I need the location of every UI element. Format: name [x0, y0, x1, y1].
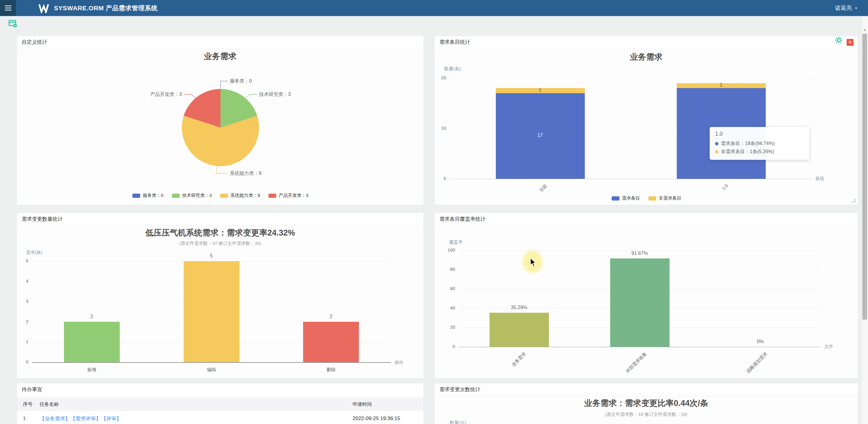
user-menu[interactable]: 诸葛亮 ▼	[835, 0, 858, 16]
legend-item: 需求条目：18条(94.74%)	[715, 141, 804, 147]
legend-item[interactable]: 非需求条目	[648, 195, 681, 201]
panel-coverage: 需求条目覆盖率统计 覆盖率 02040608010035.29%业务需求91.6…	[434, 213, 858, 378]
bar-chart: 0123452新增5编辑2删除	[17, 213, 424, 379]
x-category-label: 编辑	[178, 367, 245, 373]
panel-header: 自定义统计	[17, 36, 424, 49]
legend-label: 需求条目	[622, 195, 640, 201]
y-tick-label: 3	[13, 299, 28, 304]
panel-change-times: 需求变更次数统计 业务需求：需求变更比率0.44次/条 (原文件需求数：18 修…	[434, 383, 858, 424]
stacked-bar-chart: 01020171当前1811.0	[435, 36, 858, 205]
bar-legend: 需求条目非需求条目	[435, 195, 858, 201]
pie-label-left: 产品开发类：3	[122, 91, 182, 98]
panel-change-count: 需求变更数量统计 低压压气机系统需求：需求变更率24.32% (原文件需求数：3…	[17, 213, 424, 378]
y-tick-label: 0	[431, 176, 446, 181]
row-time: 2022-09-25 19:36:15	[352, 416, 424, 422]
pie-chart-title: 业务需求	[17, 51, 424, 62]
legend-swatch	[715, 142, 718, 145]
scroll-up-icon[interactable]: ▲	[861, 28, 868, 31]
legend-item[interactable]: 需求条目	[612, 195, 640, 201]
pie-label-right: 技术研究类：3	[259, 91, 291, 98]
y-axis-name: 数量(次)	[450, 420, 466, 424]
pie-chart[interactable]	[182, 89, 259, 166]
bar[interactable]	[610, 259, 670, 347]
value-label: 0%	[736, 339, 784, 344]
chevron-down-icon: ▼	[855, 6, 858, 10]
table-header-row: 序号 任务名称 申请时间	[17, 398, 424, 411]
legend-swatch	[269, 193, 276, 198]
hamburger-menu-icon[interactable]	[0, 0, 16, 16]
x-axis-name: 基线	[815, 176, 824, 182]
value-label: 35.29%	[495, 305, 543, 310]
tooltip-title: 1.0	[715, 131, 804, 137]
add-widget-button[interactable]	[8, 19, 18, 28]
x-category-label: 删除	[298, 367, 364, 373]
value-label: 1	[522, 87, 558, 93]
legend-label: 服务类：0	[143, 193, 163, 199]
legend-label: 技术研究类：3	[182, 193, 212, 199]
y-tick-label: 20	[431, 75, 446, 80]
legend-label: 产品开发类：3	[279, 193, 308, 199]
chart-tooltip: 1.0 需求条目：18条(94.74%)非需求条目：1条(5.26%)	[710, 127, 809, 160]
y-tick-label: 0	[13, 359, 28, 364]
x-category-label: 新增	[59, 367, 125, 373]
y-tick-label: 1	[13, 339, 28, 344]
bar[interactable]	[64, 322, 120, 362]
pie-label-bottom: 系统能力类：9	[230, 171, 261, 177]
app-logo-icon	[38, 3, 50, 13]
app-title: SYSWARE.ORM 产品需求管理系统	[54, 4, 158, 12]
y-tick-label: 2	[13, 319, 28, 324]
bar[interactable]	[184, 261, 240, 362]
legend-swatch	[715, 150, 718, 153]
bar[interactable]	[303, 322, 359, 362]
panel-resize-handle[interactable]	[851, 199, 855, 202]
legend-label: 非需求条目：1条(5.26%)	[721, 149, 774, 155]
bar-chart-title: 业务需求：需求变更比率0.44次/条	[435, 398, 858, 408]
legend-item[interactable]: 产品开发类：3	[269, 193, 308, 199]
y-tick-label: 0	[440, 344, 455, 349]
panel-header: 待办事宜	[17, 383, 424, 396]
tooltip-rows: 需求条目：18条(94.74%)非需求条目：1条(5.26%)	[715, 140, 804, 156]
value-label: 91.67%	[616, 251, 664, 256]
legend-swatch	[220, 193, 228, 198]
row-task: 【业务需求】【需求评审】【评审】	[39, 415, 352, 422]
x-axis-line	[32, 362, 391, 363]
panel-title: 自定义统计	[22, 39, 48, 45]
bar[interactable]	[490, 313, 549, 347]
legend-item[interactable]: 技术研究类：3	[172, 193, 212, 199]
y-tick-label: 60	[440, 286, 455, 291]
legend-item[interactable]: 服务类：0	[132, 193, 163, 199]
value-label: 2	[67, 314, 116, 320]
legend-label: 需求条目：18条(94.74%)	[721, 141, 775, 147]
panel-custom-stats: 自定义统计 业务需求 服务类：0 技术研究类：3 产品开发类：3 系统能力类：9…	[17, 36, 424, 205]
table-row: 1 【业务需求】【需求评审】【评审】 2022-09-25 19:36:15	[17, 411, 424, 424]
legend-swatch	[612, 196, 619, 201]
legend-swatch	[648, 196, 656, 201]
task-link[interactable]: 【业务需求】【需求评审】【评审】	[39, 416, 122, 422]
panel-title: 需求变更次数统计	[439, 387, 480, 392]
y-tick-label: 40	[440, 305, 455, 310]
legend-label: 非需求条目	[659, 195, 681, 201]
coverage-bar-chart: 02040608010035.29%业务需求91.67%外部需求收集0%战略规划…	[435, 213, 858, 379]
y-tick-label: 10	[431, 125, 446, 130]
panel-todo: 待办事宜 序号 任务名称 申请时间 1 【业务需求】【需求评审】【评审】 202…	[17, 383, 424, 424]
legend-item: 非需求条目：1条(5.26%)	[715, 149, 804, 155]
mouse-cursor-icon	[530, 258, 536, 268]
value-label: 5	[187, 253, 236, 259]
y-tick-label: 20	[440, 325, 455, 330]
legend-label: 系统能力类：9	[230, 193, 260, 199]
x-axis-name: 操作	[395, 360, 404, 365]
y-tick-label: 100	[440, 247, 455, 252]
legend-item[interactable]: 系统能力类：9	[220, 193, 260, 199]
row-no: 1	[17, 416, 39, 422]
scrollbar-thumb[interactable]	[862, 34, 867, 320]
panel-header: 需求变更次数统计	[435, 383, 858, 396]
legend-swatch	[172, 193, 180, 198]
user-name: 诸葛亮	[835, 4, 852, 12]
col-header-no: 序号	[17, 401, 39, 408]
pie-label-top: 服务类：0	[230, 78, 252, 85]
x-axis-line	[459, 347, 820, 347]
legend-swatch	[132, 193, 140, 198]
value-label: 1	[703, 82, 739, 88]
panel-title: 待办事宜	[22, 387, 42, 392]
col-header-task: 任务名称	[39, 401, 352, 408]
